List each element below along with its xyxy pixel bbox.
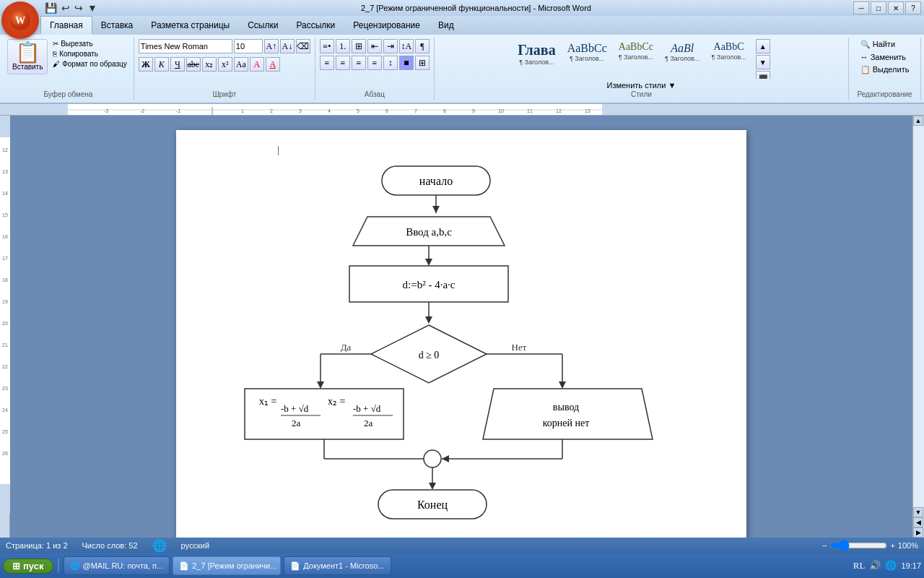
close-button[interactable]: ✕ [888,1,904,14]
underline-button[interactable]: Ч [170,57,185,72]
sort-button[interactable]: ↕A [399,39,414,53]
multilevel-button[interactable]: ⊞ [352,39,366,53]
justify-button[interactable]: ≡ [367,56,382,70]
cut-button[interactable]: ✂ Вырезать [51,39,128,48]
svg-text:12: 12 [556,108,562,113]
minimize-button[interactable]: ─ [853,1,869,14]
strikethrough-button[interactable]: abc [186,57,201,72]
document-area[interactable]: | начало Ввод a,b,c d:=b² - 4·a·c [10,116,912,538]
font-color-button[interactable]: A [266,57,280,72]
font-name-input[interactable] [139,39,232,53]
scroll-track[interactable] [913,126,924,507]
redo-button[interactable]: ↪ [73,2,84,14]
tab-home[interactable]: Главная [40,16,92,35]
style-heading3[interactable]: AaBbCc ¶ Заголов... [614,39,658,63]
paste-button[interactable]: 📋 Вставить [7,39,48,74]
svg-text:-b + √d: -b + √d [281,403,309,414]
status-right: − + 100% [822,540,918,551]
case-button[interactable]: Aa [234,57,248,72]
bold-button[interactable]: Ж [139,57,153,72]
help-button[interactable]: ? [905,1,921,14]
tab-references[interactable]: Ссылки [239,16,287,35]
find-button[interactable]: 🔍 Найти [858,39,898,50]
ruler-right-corner [914,104,924,115]
svg-marker-59 [317,381,324,389]
zoom-in-button[interactable]: + [890,541,894,550]
status-bar: Страница: 1 из 2 Число слов: 52 🌐 русски… [0,538,924,553]
decrease-indent-button[interactable]: ⇤ [367,39,382,53]
taskbar-item-0[interactable]: 🌐 @MAIL.RU: почта, п... [64,556,170,575]
bullets-button[interactable]: ≡• [320,39,334,53]
style-heading2[interactable]: AaBbCc ¶ Заголов... [562,39,612,64]
shading-button[interactable]: ■ [399,56,414,70]
vertical-ruler: 12 13 14 15 16 17 18 19 20 21 22 23 24 2… [0,116,10,538]
align-right-button[interactable]: ≡ [352,56,366,70]
align-center-button[interactable]: ≡ [336,56,350,70]
tab-insert[interactable]: Вставка [92,16,143,35]
undo-button[interactable]: ↩ [60,2,71,14]
svg-marker-79 [442,455,449,462]
numbering-button[interactable]: 1. [336,39,350,53]
highlight-button[interactable]: A [250,57,264,72]
svg-text:-3: -3 [104,108,108,113]
svg-text:17: 17 [2,256,8,261]
svg-text:-1: -1 [176,108,180,113]
svg-marker-44 [432,206,440,213]
copy-button[interactable]: ⎘ Копировать [51,49,128,59]
office-button[interactable]: W [1,1,39,39]
tab-view[interactable]: Вид [430,16,463,35]
zoom-slider[interactable] [829,540,887,551]
decrease-font-button[interactable]: A↓ [280,39,295,53]
show-marks-button[interactable]: ¶ [415,39,430,53]
select-button[interactable]: 📋 Выделить [858,64,912,75]
subscript-button[interactable]: x₂ [202,57,217,72]
svg-point-80 [424,450,441,467]
next-page-button[interactable]: ▶ [913,527,923,538]
line-spacing-button[interactable]: ↕ [383,56,398,70]
svg-text:-b + √d: -b + √d [353,403,381,414]
scroll-panel: ▲ ▼ ◀ ▶ [912,116,924,538]
clock: 19:17 [901,561,921,570]
italic-button[interactable]: К [154,57,169,72]
ruler: // drawn via inline SVG ticks below -3 -… [0,104,924,116]
format-painter-button[interactable]: 🖌 Формат по образцу [51,59,128,69]
styles-more[interactable]: ⬛ [756,71,770,79]
svg-text:22: 22 [2,364,8,369]
scroll-up-button[interactable]: ▲ [913,116,923,126]
ribbon: Главная Вставка Разметка страницы Ссылки… [0,16,924,104]
style-heading4[interactable]: AaBl ¶ Заголов... [660,39,705,64]
start-button[interactable]: ⊞ пуск [3,558,53,574]
clear-format-button[interactable]: ⌫ [296,39,310,53]
align-left-button[interactable]: ≡ [320,56,334,70]
tab-review[interactable]: Рецензирование [344,16,430,35]
save-button[interactable]: 💾 [43,2,58,14]
style-heading5[interactable]: AaBbC ¶ Заголов... [706,39,751,63]
styles-scroll-down[interactable]: ▼ [756,55,770,69]
volume-icon: 🔊 [869,560,881,571]
taskbar-item-2[interactable]: 📄 Документ1 - Microsо... [284,556,391,575]
styles-label: Стили [631,90,652,100]
scroll-down-button[interactable]: ▼ [913,507,923,517]
style-heading1[interactable]: Глава ¶ Заголов... [513,39,561,68]
styles-scroll-up[interactable]: ▲ [756,39,770,53]
zoom-control[interactable]: − + 100% [822,540,918,551]
maximize-button[interactable]: □ [871,1,886,14]
replace-button[interactable]: ↔ Заменить [858,52,910,62]
increase-indent-button[interactable]: ⇥ [383,39,398,53]
border-button[interactable]: ⊞ [415,56,430,70]
zoom-out-button[interactable]: − [822,541,827,550]
spell-check-icon: 🌐 [152,539,167,553]
font-size-input[interactable] [234,39,263,53]
change-styles-button[interactable]: Изменить стили ▼ [603,80,679,90]
prev-page-button[interactable]: ◀ [913,517,923,527]
svg-text:3: 3 [299,108,302,113]
ruler-main: // drawn via inline SVG ticks below -3 -… [10,104,914,115]
tab-mailings[interactable]: Рассылки [287,16,344,35]
customize-button[interactable]: ▼ [86,2,99,14]
svg-marker-48 [425,259,432,266]
increase-font-button[interactable]: A↑ [264,39,279,53]
superscript-button[interactable]: x² [218,57,232,72]
taskbar-item-1[interactable]: 📄 2_7 [Режим ограничи... [173,556,281,575]
tab-layout[interactable]: Разметка страницы [142,16,239,35]
svg-text:13: 13 [2,169,8,174]
